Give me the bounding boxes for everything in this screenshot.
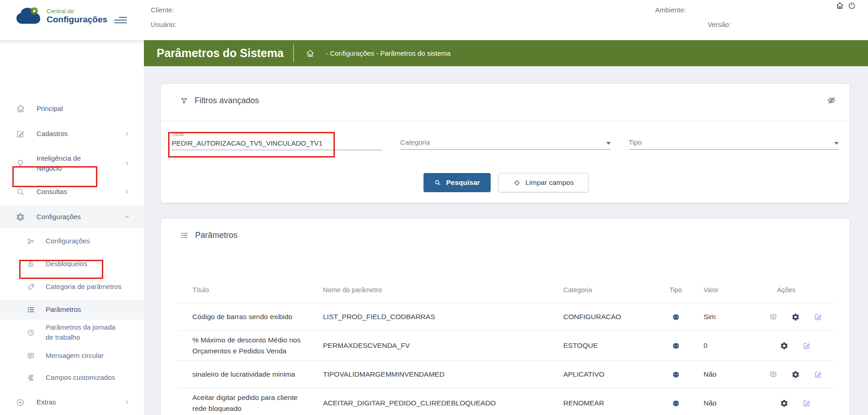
sidebar-item-extras[interactable]: Extras [0,391,144,413]
sidebar-item-label: Desbloqueios [46,259,87,269]
sidebar-item-label: Parâmetros da jornada de trabalho [46,322,123,342]
menu-toggle-icon[interactable] [114,17,127,24]
gear-icon[interactable] [780,341,789,350]
sidebar-subitem-mensagem-circular[interactable]: Mensagem circular [0,345,144,367]
table-row: sinaleiro de lucratividade minima TIPOVA… [176,361,834,389]
sidebar-item-label: Inteligência de Negócio [37,153,105,173]
divider [161,121,850,121]
app-logo: Central de Configurações [16,6,107,26]
lightbulb-icon [16,159,26,168]
clock-icon [26,328,37,337]
categoria-select[interactable]: Categoria [400,138,611,149]
titulo-field-label: Titulo [172,131,382,137]
dropdown-arrow-icon [834,142,839,145]
tipo-select-label: Tipo [629,138,642,146]
cell-nome: ACEITAR_DIGITAR_PEDIDO_CLIREDEBLOQUEADO [323,399,563,407]
gear-icon [16,212,26,222]
eye-slash-icon[interactable] [827,96,836,105]
column-header-titulo: Título [176,286,323,294]
limpar-campos-button-label: Limpar campos [525,179,574,187]
cell-categoria: APLICATIVO [563,370,669,378]
cell-titulo: sinaleiro de lucratividade minima [176,365,323,383]
comment-icon[interactable] [769,370,778,379]
cell-valor: 0 [704,341,757,350]
gear-icon[interactable] [780,399,789,408]
cloud-gear-logo-icon [16,6,42,26]
pesquisar-button-label: Pesquisar [446,179,480,187]
sidebar-item-principal[interactable]: Principal [0,98,144,120]
sidebar-item-label: Configurações [46,236,90,246]
topbar: Central de Configurações Cliente: Usuári… [0,0,868,40]
edit-icon[interactable] [814,370,822,379]
titulo-field: Titulo [172,131,382,150]
column-header-nome: Nome do parâmetro [323,286,563,294]
pesquisar-button[interactable]: Pesquisar [423,173,491,192]
categoria-field: Categoria [400,131,611,150]
titulo-input[interactable] [172,138,382,150]
list-icon [180,231,189,240]
cell-valor: Não [704,399,757,407]
sidebar-subitem-campos-customizados[interactable]: Campos customizados [0,367,144,389]
gear-icon[interactable] [791,370,800,379]
chevron-right-icon [124,399,130,405]
globe-icon [669,313,704,321]
sidebar-item-label: Cadastros [37,129,68,139]
logo-text-top: Central de [47,8,107,15]
sidebar-subitem-categoria-de-parametros[interactable]: Categoria de parâmetros [0,275,144,299]
plus-circle-icon [16,398,26,407]
sidebar-subitem-desbloqueios[interactable]: Desbloqueios [0,253,144,275]
search-icon [16,187,26,197]
table-row: Aceitar digitar pedido para cliente rede… [176,389,834,415]
sidebar-subitem-parametros-jornada[interactable]: Parâmetros da jornada de trabalho [0,320,144,344]
sidebar-subitem-parametros[interactable]: Parâmetros [0,299,144,320]
search-icon [434,179,441,186]
sidebar-item-consultas[interactable]: Consultas [0,181,144,203]
limpar-campos-button[interactable]: Limpar campos [498,173,588,192]
cell-nome: PERMAXDESCVENDA_FV [323,341,563,350]
sidebar-item-cadastros[interactable]: Cadastros [0,123,144,145]
stacked-bars-icon [26,373,37,382]
filters-title: Filtros avançados [195,96,259,105]
sidebar-item-label: Extras [37,397,56,407]
globe-icon [669,399,704,407]
clear-diamond-icon [513,179,521,187]
cell-titulo: Código de barras sendo exibido [176,308,323,326]
edit-icon[interactable] [802,341,811,350]
message-icon [26,352,37,360]
globe-icon [669,371,704,378]
table-row: % Máximo de desconto Médio nos Orçamento… [176,331,834,361]
sidebar-item-configuracoes[interactable]: Configurações [0,205,144,228]
sidebar-item-label: Mensagem circular [46,351,104,361]
tipo-select[interactable]: Tipo [629,138,839,149]
edit-icon[interactable] [802,399,811,408]
sidebar-item-label: Categoria de parâmetros [46,282,122,292]
input-underline [400,149,611,150]
tag-icon [26,283,37,291]
home-icon[interactable] [836,1,844,10]
filters-card: Filtros avançados Titulo Categoria Tipo … [161,84,850,203]
sidebar-subitem-configuracoes[interactable]: Configurações [0,230,144,252]
cliente-label: Cliente: [151,6,174,14]
sidebar-item-inteligencia-de-negocio[interactable]: Inteligência de Negócio [0,147,144,179]
edit-icon [16,129,26,139]
sidebar-item-label: Principal [37,104,63,114]
logout-icon[interactable] [847,1,856,10]
usuario-label: Usuário: [151,21,176,28]
divider [293,45,294,62]
sidebar-item-label: Parâmetros [46,305,81,315]
edit-icon[interactable] [814,313,822,321]
cell-categoria: CONFIGURACAO [563,313,669,321]
comment-icon[interactable] [769,313,778,321]
ambiente-label: Ambiente: [655,6,686,14]
parameters-title: Parâmetros [195,231,238,240]
input-underline [629,149,839,150]
tipo-field: Tipo [629,131,839,150]
cell-valor: Sim [704,313,757,321]
cell-categoria: ESTOQUE [563,341,669,350]
versao-label: Versão: [708,21,731,28]
page-title: Parâmetros do Sistema [157,47,287,60]
gear-icon[interactable] [791,313,800,321]
cell-categoria: RENOMEAR [563,399,669,407]
cell-titulo: % Máximo de desconto Médio nos Orçamento… [176,331,323,360]
breadcrumb-home-icon[interactable] [306,49,315,58]
